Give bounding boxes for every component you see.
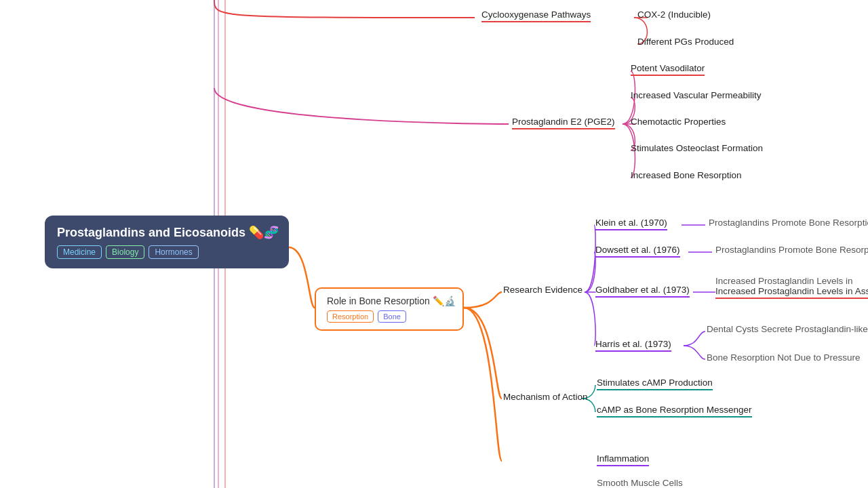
harris-finding-1: Dental Cysts Secrete Prostaglandin-like xyxy=(707,324,868,334)
goldhaber-finding: Increased Prostaglandin Levels in Increa… xyxy=(715,276,868,299)
diff-pgs-node: Different PGs Produced xyxy=(637,37,734,47)
title-card: Prostaglandins and Eicosanoids 💊🧬 Medici… xyxy=(45,216,289,268)
goldhaber-node: Goldhaber et al. (1973) xyxy=(595,285,690,298)
title-text: Prostaglandins and Eicosanoids 💊🧬 xyxy=(57,225,277,240)
increased-vascular-node: Increased Vascular Permeability xyxy=(631,90,762,100)
inflammation-node: Inflammation xyxy=(597,453,649,466)
cox2-node: COX-2 (Inducible) xyxy=(637,9,711,20)
smooth-muscle-node: Smooth Muscle Cells xyxy=(597,478,683,488)
dowsett-finding: Prostaglandins Promote Bone Resorption xyxy=(715,245,868,255)
mind-map: Prostaglandins and Eicosanoids 💊🧬 Medici… xyxy=(0,0,868,488)
tag-hormones[interactable]: Hormones xyxy=(149,245,198,259)
chemotactic-node: Chemotactic Properties xyxy=(631,117,726,127)
cyclooxygenase-node: Cyclooxygenase Pathways xyxy=(481,9,591,22)
harris-node: Harris et al. (1973) xyxy=(595,339,671,352)
tag-biology[interactable]: Biology xyxy=(106,245,144,259)
title-tags: Medicine Biology Hormones xyxy=(57,245,277,259)
association-bone-loss: Increased Prostaglandin Levels in Associ… xyxy=(715,286,868,299)
increased-bone-resorption-node: Increased Bone Resorption xyxy=(631,170,742,180)
camp-production-node: Stimulates cAMP Production xyxy=(597,378,713,390)
klein-node: Klein et al. (1970) xyxy=(595,218,667,230)
pge2-node: Prostaglandin E2 (PGE2) xyxy=(512,117,615,129)
harris-finding-2: Bone Resorption Not Due to Pressure xyxy=(707,352,861,363)
tag-resorption[interactable]: Resorption xyxy=(327,310,374,323)
camp-messenger-node: cAMP as Bone Resorption Messenger xyxy=(597,405,752,418)
potent-vasodilator-node: Potent Vasodilator xyxy=(631,63,705,76)
klein-finding: Prostaglandins Promote Bone Resorption xyxy=(709,218,868,228)
role-card[interactable]: Role in Bone Resorption ✏️🔬 Resorption B… xyxy=(315,287,464,331)
stimulates-osteoclast-node: Stimulates Osteoclast Formation xyxy=(631,143,763,153)
role-card-tags: Resorption Bone xyxy=(327,310,452,323)
dowsett-node: Dowsett et al. (1976) xyxy=(595,245,680,258)
research-evidence-node: Research Evidence xyxy=(503,285,583,295)
tag-bone[interactable]: Bone xyxy=(378,310,406,323)
mechanism-node: Mechanism of Action xyxy=(503,392,588,402)
role-card-title: Role in Bone Resorption ✏️🔬 xyxy=(327,296,452,306)
tag-medicine[interactable]: Medicine xyxy=(57,245,102,259)
goldhaber-finding-line1: Increased Prostaglandin Levels in xyxy=(715,276,868,286)
